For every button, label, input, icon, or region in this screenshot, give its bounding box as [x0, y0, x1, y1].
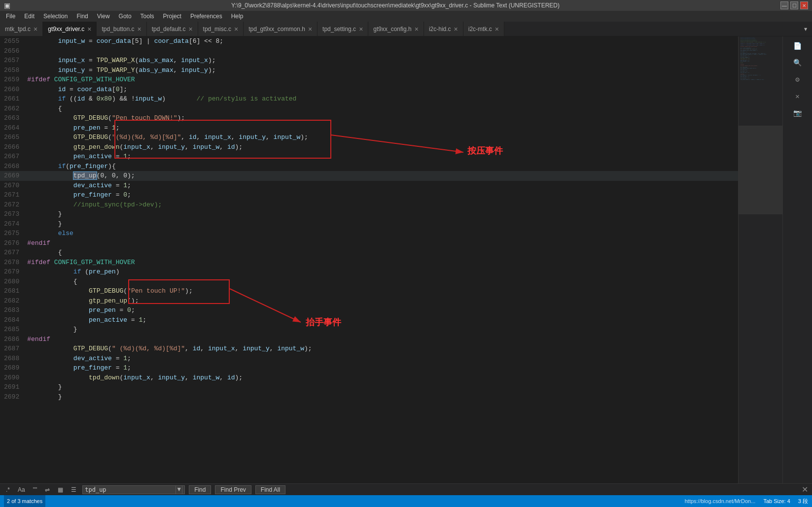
find-all-button[interactable]: Find All [255, 485, 285, 494]
tab-label: tpd_misc.c [203, 26, 231, 33]
menu-item-preferences[interactable]: Preferences [186, 12, 226, 21]
line-info: 3 段 [798, 498, 808, 505]
tab-tpd-misc[interactable]: tpd_misc.c × [198, 22, 244, 36]
code-line-2682: 2682 gtp_pen_up(); [0, 296, 738, 306]
menu-item-edit[interactable]: Edit [20, 12, 38, 21]
code-line-2673: 2673 } [0, 209, 738, 219]
title-bar-controls[interactable]: — ☐ ✕ [780, 1, 808, 9]
tab-i2c-mtk[interactable]: i2c-mtk.c × [463, 22, 504, 36]
tab-label: tpd_gt9xx_common.h [248, 26, 305, 33]
tab-tpd-setting[interactable]: tpd_setting.c × [318, 22, 368, 36]
right-panel: 📄 🔍 ⚙ ✕ 📷 [782, 36, 812, 483]
tab-close-icon[interactable]: × [495, 26, 499, 33]
code-line-2684: 2684 pen_active = 1; [0, 315, 738, 325]
menu-item-goto[interactable]: Goto [115, 12, 136, 21]
code-line-2674: 2674 } [0, 219, 738, 229]
find-button[interactable]: Find [189, 485, 211, 494]
code-line-2676: 2676 #endif [0, 238, 738, 248]
tab-label: mtk_tpd.c [5, 26, 31, 33]
code-line-2675: 2675 else [0, 229, 738, 238]
code-line-2656: 2656 [0, 46, 738, 56]
tab-close-icon[interactable]: × [308, 26, 312, 33]
tab-close-icon[interactable]: × [138, 26, 141, 33]
tab-i2c-hid[interactable]: i2c-hid.c × [424, 22, 463, 36]
close-button[interactable]: ✕ [800, 1, 808, 9]
tab-mtk-tpd[interactable]: mtk_tpd.c × [0, 22, 43, 36]
find-bar: .* Aa "" ⇌ ▦ ☰ ▼ Find Find Prev Find All… [0, 483, 812, 495]
code-line-2667: 2667 pen_active = 1; [0, 152, 738, 162]
menu-item-tools[interactable]: Tools [137, 12, 158, 21]
tab-bar: mtk_tpd.c × gt9xx_driver.c × tpd_button.… [0, 22, 812, 36]
tab-tpd-button[interactable]: tpd_button.c × [97, 22, 146, 36]
code-line-2655: 2655 input_w = coor_data[5] | coor_data[… [0, 36, 738, 46]
tab-label: i2c-mtk.c [468, 26, 492, 33]
title-bar-icon: ▣ [4, 1, 10, 9]
search-icon[interactable]: 🔍 [789, 55, 807, 70]
tab-label: gt9xx_config.h [373, 26, 411, 33]
tab-gt9xx-config[interactable]: gt9xx_config.h × [368, 22, 424, 36]
menu-item-view[interactable]: View [93, 12, 114, 21]
code-line-2657: 2657 input_x = TPD_WARP_X(abs_x_max, inp… [0, 56, 738, 66]
menu-item-project[interactable]: Project [159, 12, 185, 21]
tab-tpd-default[interactable]: tpd_default.c × [147, 22, 198, 36]
code-line-2666: 2666 gtp_pen_down(input_x, input_y, inpu… [0, 142, 738, 152]
code-line-2689: 2689 pre_finger = 1; [0, 363, 738, 373]
code-area: 2655 input_w = coor_data[5] | coor_data[… [0, 36, 738, 483]
code-line-2679: 2679 if (pre_pen) [0, 267, 738, 277]
tab-close-icon[interactable]: × [87, 26, 91, 33]
settings-icon[interactable]: ⚙ [789, 72, 807, 87]
code-line-2691: 2691 } [0, 382, 738, 392]
code-line-2687: 2687 GTP_DEBUG(" (%d)(%d, %d)[%d]", id, … [0, 344, 738, 354]
find-input[interactable] [85, 486, 174, 493]
code-line-2663: 2663 GTP_DEBUG("Pen touch DOWN!"); [0, 113, 738, 123]
code-line-2678: 2678 #ifdef CONFIG_GTP_WITH_HOVER [0, 258, 738, 268]
tab-size-info: Tab Size: 4 [763, 498, 790, 504]
image-icon[interactable]: 📷 [789, 105, 807, 120]
code-line-2669[interactable]: 2669 tpd_up(0, 0, 0); [0, 171, 738, 181]
code-line-2660: 2660 id = coor_data[0]; [0, 85, 738, 95]
x-icon[interactable]: ✕ [789, 89, 807, 103]
code-line-2683: 2683 pre_pen = 0; [0, 305, 738, 315]
code-line-2662: 2662 { [0, 104, 738, 114]
code-line-2680: 2680 { [0, 277, 738, 287]
tab-close-icon[interactable]: × [454, 26, 458, 33]
status-bar: 2 of 3 matches https://blog.csdn.net/MrD… [0, 495, 812, 507]
status-link[interactable]: https://blog.csdn.net/MrDon... [685, 498, 756, 504]
regex-toggle[interactable]: .* [4, 486, 12, 493]
minimap: ░░░░░░░░░░░░░░░░░░░░░░░░░░ ░░░░░░░░░░░░░… [738, 36, 782, 483]
code-line-2692: 2692 } [0, 392, 738, 402]
tab-close-icon[interactable]: × [188, 26, 192, 33]
highlight-toggle[interactable]: ▦ [56, 486, 65, 493]
menu-bar: File Edit Selection Find View Goto Tools… [0, 11, 812, 22]
tab-tpd-gt9xx-common[interactable]: tpd_gt9xx_common.h × [244, 22, 318, 36]
menu-item-find[interactable]: Find [72, 12, 92, 21]
word-toggle[interactable]: "" [31, 486, 39, 493]
tab-gt9xx-driver[interactable]: gt9xx_driver.c × [43, 22, 97, 36]
tab-label: gt9xx_driver.c [48, 26, 84, 33]
files-icon[interactable]: 📄 [789, 38, 807, 53]
wrap-toggle[interactable]: ⇌ [43, 486, 52, 493]
code-line-2665: 2665 GTP_DEBUG("(%d)(%d, %d)[%d]", id, i… [0, 133, 738, 142]
find-prev-button[interactable]: Find Prev [215, 485, 251, 494]
menu-item-help[interactable]: Help [227, 12, 247, 21]
maximize-button[interactable]: ☐ [790, 1, 798, 9]
code-line-2672: 2672 //input_sync(tpd->dev); [0, 200, 738, 210]
tab-overflow-button[interactable]: ▾ [799, 22, 812, 36]
code-line-2658: 2658 input_y = TPD_WARP_Y(abs_y_max, inp… [0, 66, 738, 75]
code-line-2688: 2688 dev_active = 1; [0, 354, 738, 364]
match-count-badge: 2 of 3 matches [4, 495, 45, 507]
find-dropdown-arrow[interactable]: ▼ [176, 485, 182, 494]
title-bar-title: Y:\9_0\work2\8788\alps\kernel-4.4\driver… [10, 2, 780, 9]
menu-item-selection[interactable]: Selection [39, 12, 71, 21]
preserve-toggle[interactable]: ☰ [69, 486, 78, 493]
tab-close-icon[interactable]: × [415, 26, 419, 33]
tab-close-icon[interactable]: × [234, 26, 238, 33]
case-toggle[interactable]: Aa [16, 486, 27, 493]
find-close-button[interactable]: ✕ [802, 485, 808, 494]
tab-label: tpd_button.c [102, 26, 134, 33]
menu-item-file[interactable]: File [2, 12, 19, 21]
tab-close-icon[interactable]: × [359, 26, 363, 33]
tab-close-icon[interactable]: × [34, 26, 37, 33]
minimize-button[interactable]: — [780, 1, 788, 9]
tab-label: tpd_setting.c [322, 26, 356, 33]
